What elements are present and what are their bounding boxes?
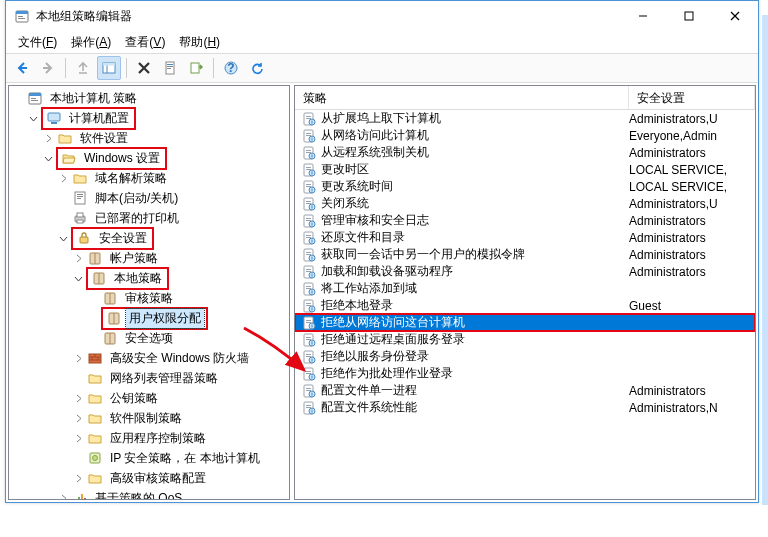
tree-item-label: 安全选项 [122, 329, 176, 348]
tree-item-label: 安全设置 [96, 229, 150, 248]
policy-item-icon [301, 145, 317, 161]
tree-item[interactable]: 计算机配置 [11, 108, 289, 128]
policy-row[interactable]: 将工作站添加到域 [295, 280, 755, 297]
expand-icon[interactable] [71, 431, 86, 446]
tree-spacer [86, 311, 101, 326]
menu-help[interactable]: 帮助(H) [173, 32, 226, 53]
tree-item[interactable]: 审核策略 [11, 288, 289, 308]
maximize-button[interactable] [666, 1, 712, 31]
gpedit-window: 本地组策略编辑器 文件(F) 操作(A) 查看(V) 帮助(H) 本地计算机 策… [5, 0, 759, 503]
policy-name: 拒绝从网络访问这台计算机 [321, 314, 629, 331]
policy-row[interactable]: 配置文件系统性能Administrators,N [295, 399, 755, 416]
tree-item[interactable]: 脚本(启动/关机) [11, 188, 289, 208]
script-icon [72, 190, 88, 206]
policy-item-icon [301, 111, 317, 127]
expand-icon[interactable] [71, 471, 86, 486]
policy-row[interactable]: 拒绝从网络访问这台计算机 [295, 314, 755, 331]
tree-item-label: Windows 设置 [81, 149, 163, 168]
policy-setting: Administrators [629, 265, 755, 279]
policy-name: 拒绝本地登录 [321, 297, 629, 314]
policy-row[interactable]: 加载和卸载设备驱动程序Administrators [295, 263, 755, 280]
header-security-setting[interactable]: 安全设置 [629, 86, 755, 109]
tree-item[interactable]: Windows 设置 [11, 148, 289, 168]
policy-name: 将工作站添加到域 [321, 280, 629, 297]
policy-row[interactable]: 配置文件单一进程Administrators [295, 382, 755, 399]
properties-button[interactable] [158, 56, 182, 80]
minimize-button[interactable] [620, 1, 666, 31]
policy-name: 还原文件和目录 [321, 229, 629, 246]
help-button[interactable] [219, 56, 243, 80]
policy-row[interactable]: 拒绝以服务身份登录 [295, 348, 755, 365]
nav-back-button[interactable] [10, 56, 34, 80]
book-icon [87, 250, 103, 266]
export-list-button[interactable] [184, 56, 208, 80]
show-tree-button[interactable] [97, 56, 121, 80]
tree-spacer [86, 331, 101, 346]
delete-button[interactable] [132, 56, 156, 80]
tree-item[interactable]: 安全设置 [11, 228, 289, 248]
policy-row[interactable]: 更改系统时间LOCAL SERVICE, [295, 178, 755, 195]
expand-icon[interactable] [41, 131, 56, 146]
tree-item[interactable]: 用户权限分配 [11, 308, 289, 328]
policy-name: 加载和卸载设备驱动程序 [321, 263, 629, 280]
refresh-button[interactable] [245, 56, 269, 80]
collapse-icon[interactable] [41, 151, 56, 166]
tree-item-label: 基于策略的 QoS [92, 489, 185, 501]
policy-row[interactable]: 还原文件和目录Administrators [295, 229, 755, 246]
policy-row[interactable]: 管理审核和安全日志Administrators [295, 212, 755, 229]
tree-item[interactable]: 高级审核策略配置 [11, 468, 289, 488]
expand-icon[interactable] [56, 491, 71, 501]
tree-item[interactable]: 本地策略 [11, 268, 289, 288]
tree-item[interactable]: 帐户策略 [11, 248, 289, 268]
list-pane[interactable]: 策略 安全设置 从扩展坞上取下计算机Administrators,U从网络访问此… [294, 85, 756, 500]
policy-row[interactable]: 拒绝作为批处理作业登录 [295, 365, 755, 382]
collapse-icon[interactable] [56, 231, 71, 246]
policy-row[interactable]: 获取同一会话中另一个用户的模拟令牌Administrators [295, 246, 755, 263]
policy-row[interactable]: 更改时区LOCAL SERVICE, [295, 161, 755, 178]
tree-item[interactable]: 高级安全 Windows 防火墙 [11, 348, 289, 368]
policy-name: 管理审核和安全日志 [321, 212, 629, 229]
menu-view[interactable]: 查看(V) [119, 32, 171, 53]
tree-item-label: 脚本(启动/关机) [92, 189, 181, 208]
tree-item[interactable]: 基于策略的 QoS [11, 488, 289, 500]
expand-icon[interactable] [56, 171, 71, 186]
nav-up-button[interactable] [71, 56, 95, 80]
tree-item[interactable]: 软件限制策略 [11, 408, 289, 428]
tree-item[interactable]: 网络列表管理器策略 [11, 368, 289, 388]
collapse-icon[interactable] [71, 271, 86, 286]
close-button[interactable] [712, 1, 758, 31]
tree-item[interactable]: 安全选项 [11, 328, 289, 348]
policy-row[interactable]: 从扩展坞上取下计算机Administrators,U [295, 110, 755, 127]
gpedit-icon [27, 90, 43, 106]
folder-icon [72, 170, 88, 186]
expand-icon[interactable] [71, 251, 86, 266]
policy-row[interactable]: 关闭系统Administrators,U [295, 195, 755, 212]
tree-item-label: 软件设置 [77, 129, 131, 148]
tree-item[interactable]: 公钥策略 [11, 388, 289, 408]
tree-item[interactable]: 应用程序控制策略 [11, 428, 289, 448]
collapse-icon[interactable] [26, 111, 41, 126]
tree-item[interactable]: IP 安全策略，在 本地计算机 [11, 448, 289, 468]
tree-item[interactable]: 本地计算机 策略 [11, 88, 289, 108]
tree-item[interactable]: 域名解析策略 [11, 168, 289, 188]
expand-icon[interactable] [71, 351, 86, 366]
policy-row[interactable]: 从网络访问此计算机Everyone,Admin [295, 127, 755, 144]
expand-icon[interactable] [71, 411, 86, 426]
header-policy[interactable]: 策略 [295, 86, 629, 109]
tree-item-label: 帐户策略 [107, 249, 161, 268]
nav-forward-button[interactable] [36, 56, 60, 80]
folder-icon [87, 390, 103, 406]
background-fragment [762, 15, 768, 505]
tree-spacer [86, 291, 101, 306]
policy-row[interactable]: 拒绝本地登录Guest [295, 297, 755, 314]
expand-icon[interactable] [71, 391, 86, 406]
tree-item[interactable]: 已部署的打印机 [11, 208, 289, 228]
tree-item-label: 已部署的打印机 [92, 209, 182, 228]
menu-action[interactable]: 操作(A) [65, 32, 117, 53]
printer-icon [72, 210, 88, 226]
menu-file[interactable]: 文件(F) [12, 32, 63, 53]
tree-item[interactable]: 软件设置 [11, 128, 289, 148]
tree-pane[interactable]: 本地计算机 策略计算机配置软件设置Windows 设置域名解析策略脚本(启动/关… [8, 85, 290, 500]
policy-row[interactable]: 从远程系统强制关机Administrators [295, 144, 755, 161]
policy-row[interactable]: 拒绝通过远程桌面服务登录 [295, 331, 755, 348]
